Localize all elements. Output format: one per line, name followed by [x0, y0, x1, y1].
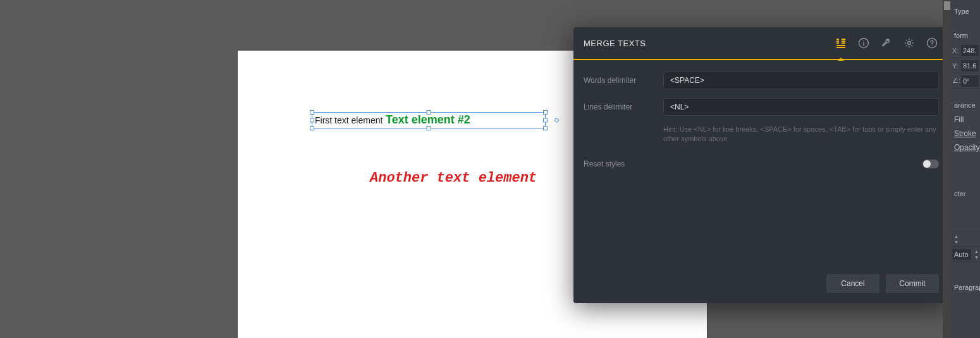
- dialog-footer: Cancel Commit: [573, 265, 949, 303]
- selection-handle-nw[interactable]: [310, 110, 314, 115]
- lines-delimiter-label: Lines delimiter: [584, 103, 653, 111]
- lines-delimiter-input[interactable]: [663, 98, 939, 116]
- words-delimiter-row: Words delimiter: [584, 72, 939, 89]
- selection-handle-s[interactable]: [427, 126, 431, 130]
- words-delimiter-input[interactable]: [663, 72, 939, 89]
- reset-styles-label: Reset styles: [584, 160, 625, 168]
- wrench-icon[interactable]: [879, 36, 893, 50]
- fill-link[interactable]: Fill: [950, 113, 980, 127]
- angle-label: ∠:: [952, 77, 960, 85]
- dialog-tabs: [834, 36, 939, 50]
- toggle-knob: [923, 160, 931, 168]
- selection-handle-e[interactable]: [543, 118, 548, 123]
- angle-row: ∠: 0°: [950, 73, 980, 89]
- stepper[interactable]: ▲▼: [952, 234, 960, 245]
- text-element-1[interactable]: First text element: [315, 115, 383, 125]
- selection-handle-se[interactable]: [543, 126, 548, 130]
- character-section-title: cter: [950, 186, 980, 201]
- transform-section-title: form: [950, 28, 980, 43]
- words-delimiter-label: Words delimiter: [584, 76, 653, 85]
- options-tab-icon[interactable]: [834, 36, 848, 50]
- stroke-link[interactable]: Stroke: [950, 127, 980, 141]
- stepper[interactable]: ▲▼: [972, 249, 980, 260]
- y-row: Y: 81.6: [950, 58, 980, 73]
- text-element-2[interactable]: Text element #2: [386, 113, 470, 127]
- merge-texts-dialog: MERGE TEXTS Words delimiter Lines d: [573, 27, 949, 303]
- x-row: X: 248.: [950, 43, 980, 58]
- dialog-title: MERGE TEXTS: [584, 39, 834, 48]
- gear-icon[interactable]: [902, 36, 916, 50]
- cancel-button[interactable]: Cancel: [826, 274, 879, 293]
- lines-delimiter-row: Lines delimiter: [584, 98, 939, 116]
- dialog-header: MERGE TEXTS: [573, 27, 949, 60]
- auto-value-row: Auto ▲▼: [950, 247, 980, 262]
- rotation-handle[interactable]: [554, 118, 559, 123]
- selection-handle-sw[interactable]: [310, 126, 314, 130]
- help-icon[interactable]: [925, 36, 939, 50]
- scrollbar-thumb[interactable]: [944, 1, 950, 10]
- reset-styles-row: Reset styles: [584, 160, 939, 168]
- opacity-link[interactable]: Opacity: [950, 141, 980, 154]
- paragraph-section-title: Paragraph: [950, 280, 980, 295]
- reset-styles-toggle[interactable]: [922, 160, 939, 168]
- svg-point-1: [908, 42, 911, 45]
- selection-handle-ne[interactable]: [543, 110, 548, 115]
- auto-value[interactable]: Auto: [952, 249, 971, 260]
- commit-button[interactable]: Commit: [886, 274, 939, 293]
- delimiter-hint: Hint: Use <NL> for line breaks, <SPACE> …: [663, 125, 939, 144]
- y-label: Y:: [952, 62, 960, 70]
- info-icon[interactable]: [857, 36, 871, 50]
- dialog-body: Words delimiter Lines delimiter Hint: Us…: [573, 60, 949, 265]
- x-value[interactable]: 248.: [961, 45, 979, 56]
- auto-row: ▲▼: [950, 232, 980, 247]
- y-value[interactable]: 81.6: [961, 60, 979, 72]
- text-element-3[interactable]: Another text element: [370, 170, 537, 186]
- x-label: X:: [952, 47, 960, 54]
- type-section-title: Type: [950, 4, 980, 19]
- appearance-section-title: arance: [950, 97, 980, 113]
- angle-value[interactable]: 0°: [961, 75, 979, 87]
- properties-panel: Type form X: 248. Y: 81.6 ∠: 0° arance F…: [950, 0, 980, 338]
- selection-handle-w[interactable]: [310, 118, 314, 123]
